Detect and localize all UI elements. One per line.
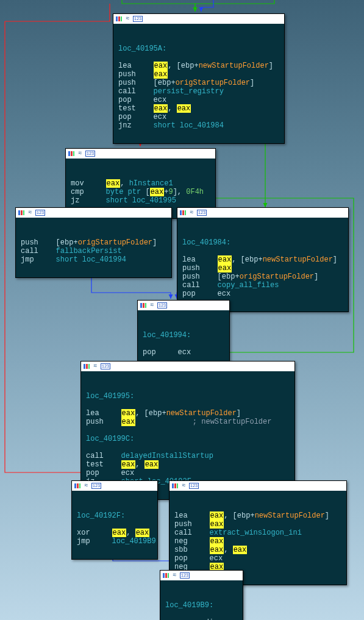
hex-icon: 123 — [133, 16, 143, 22]
wave-icon: ≈ — [126, 16, 129, 22]
block-header: ≈ 123 — [138, 301, 229, 310]
block-4019B9[interactable]: ≈ 123 loc_4019B9: pop edi pop esi leave … — [160, 570, 243, 620]
chart-icon — [140, 303, 146, 308]
chart-icon — [84, 364, 90, 369]
wave-icon: ≈ — [93, 363, 97, 369]
block-label: loc_401994: — [143, 331, 191, 340]
block-label: loc_4019B9: — [165, 601, 213, 610]
line — [86, 383, 90, 392]
block-header: ≈ 123 — [16, 208, 171, 218]
block-body: loc_4019B9: pop edi pop esi leave retn — [160, 580, 243, 620]
hex-icon: 123 — [157, 302, 167, 308]
block-header: ≈ 123 — [72, 481, 157, 491]
chart-icon — [116, 16, 122, 21]
block-401994[interactable]: ≈ 123 loc_401994: pop ecx — [137, 300, 230, 371]
block-header: ≈ 123 — [113, 14, 284, 24]
line — [143, 322, 147, 331]
block-401984[interactable]: ≈ 123 loc_401984: lea eax, [ebp+newStart… — [177, 207, 349, 312]
code-lines: lea eax, [ebp+newStartupFolder] push eax… — [118, 62, 273, 130]
hex-icon: 123 — [35, 210, 45, 216]
block-40192F[interactable]: ≈ 123 loc_40192F: xor eax, eax jmp loc_4… — [71, 480, 158, 560]
wave-icon: ≈ — [150, 302, 154, 308]
hex-icon: 123 — [189, 483, 199, 489]
wave-icon: ≈ — [190, 210, 193, 216]
code-lines: xor eax, eax jmp loc_4019B9 — [77, 529, 156, 546]
block-header: ≈ 123 — [170, 481, 346, 491]
wave-icon: ≈ — [84, 483, 88, 489]
code-lines: mov eax, hInstance1 cmp byte ptr [eax+9]… — [71, 179, 204, 205]
block-header: ≈ 123 — [160, 571, 243, 580]
hex-icon: 123 — [91, 483, 101, 489]
block-label2: loc_40199C: — [86, 435, 134, 443]
line — [182, 230, 187, 238]
block-body: loc_40192F: xor eax, eax jmp loc_4019B9 — [72, 491, 157, 559]
chart-icon — [74, 483, 80, 488]
block-body: loc_401984: lea eax, [ebp+newStartupFold… — [177, 218, 348, 312]
wave-icon: ≈ — [78, 151, 82, 157]
block-label: loc_40195A: — [118, 45, 166, 53]
block-401995[interactable]: ≈ 123 loc_401995: lea eax, [ebp+newStart… — [80, 361, 295, 500]
block-label: loc_40192F: — [77, 511, 125, 520]
block-header: ≈ 123 — [66, 149, 215, 159]
code-lines: pop ecx — [143, 348, 191, 357]
line — [165, 593, 170, 601]
wave-icon: ≈ — [173, 572, 176, 579]
block-label: loc_401984: — [182, 238, 230, 247]
block-fallback[interactable]: ≈ 123 push [ebp+origStartupFolder] call … — [15, 207, 172, 278]
chart-icon — [68, 151, 74, 156]
line — [77, 503, 81, 511]
hex-icon: 123 — [197, 210, 207, 216]
block-body: loc_40195A: lea eax, [ebp+newStartupFold… — [113, 24, 284, 143]
block-header: ≈ 123 — [177, 208, 348, 218]
block-header: ≈ 123 — [81, 362, 294, 371]
wave-icon: ≈ — [28, 210, 32, 216]
chart-icon — [180, 210, 186, 215]
code-lines: push [ebp+origStartupFolder] call fallba… — [21, 238, 157, 264]
line — [118, 36, 123, 45]
wave-icon: ≈ — [182, 483, 185, 489]
chart-icon — [163, 573, 169, 578]
hex-icon: 123 — [180, 572, 190, 579]
code-lines: lea eax, [ebp+newStartupFolder] push eax… — [86, 409, 271, 426]
block-body: push [ebp+origStartupFolder] call fallba… — [16, 218, 171, 277]
hex-icon: 123 — [101, 363, 110, 369]
code-lines: lea eax, [ebp+newStartupFolder] push eax… — [174, 511, 329, 571]
block-40195A[interactable]: ≈ 123 loc_40195A: lea eax, [ebp+newStart… — [113, 13, 285, 144]
hex-icon: 123 — [85, 151, 95, 157]
chart-icon — [18, 210, 24, 215]
code-lines: lea eax, [ebp+newStartupFolder] push eax… — [182, 255, 337, 298]
block-label: loc_401995: — [86, 392, 134, 401]
chart-icon — [172, 483, 178, 488]
line — [86, 426, 90, 435]
